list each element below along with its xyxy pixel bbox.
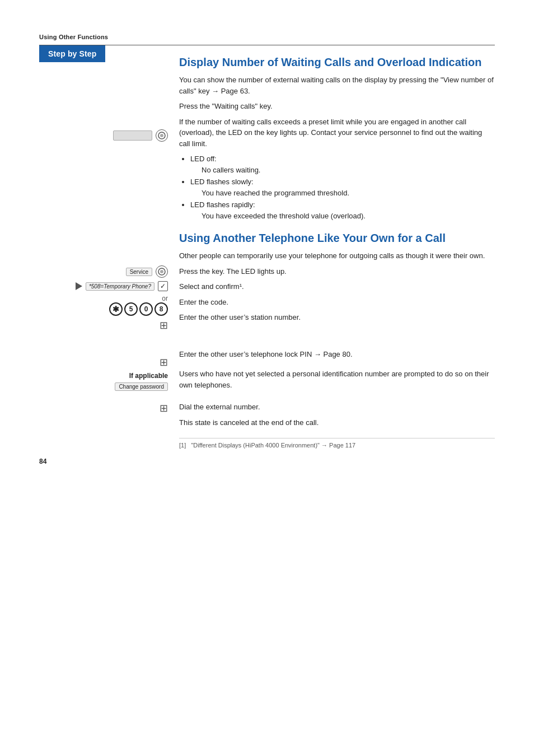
keypad-dial-icon: ⊞ bbox=[160, 402, 168, 414]
bullet-led-off: LED off: No callers waiting. bbox=[190, 153, 495, 175]
waiting-calls-key-row bbox=[39, 129, 168, 142]
step-select-confirm: Select and confirm¹. bbox=[179, 281, 495, 292]
code-circle-8: 8 bbox=[154, 302, 168, 316]
keypad-station-icon: ⊞ bbox=[160, 319, 168, 332]
bullet-led-rapid: LED flashes rapidly: You have exceeded t… bbox=[190, 199, 495, 221]
step-pin: Enter the other user’s telephone lock PI… bbox=[179, 349, 495, 360]
service-key: Service bbox=[126, 268, 152, 276]
keypad-station-row: ⊞ bbox=[39, 319, 168, 332]
if-exceeds-text: If the number of waiting calls exceeds a… bbox=[179, 116, 495, 150]
section2-title: Using Another Telephone Like Your Own fo… bbox=[179, 231, 495, 245]
service-key-row: Service bbox=[39, 265, 168, 278]
bullet-led-off-sub: No callers waiting. bbox=[202, 166, 261, 174]
check-box: ✓ bbox=[158, 281, 168, 291]
page-number: 84 bbox=[39, 458, 46, 465]
change-password-row: Change password bbox=[39, 382, 168, 391]
right-column: Display Number of Waiting Calls and Over… bbox=[174, 45, 495, 449]
code-circle-asterisk: ✱ bbox=[109, 302, 123, 316]
led-icon bbox=[158, 132, 166, 139]
step-change-password: Users who have not yet selected a person… bbox=[179, 368, 495, 390]
step-by-step-label: Step by Step bbox=[39, 45, 105, 62]
svg-point-1 bbox=[160, 134, 163, 137]
waiting-calls-circle bbox=[156, 129, 168, 142]
bullet-led-slow-sub: You have reached the programmed threshol… bbox=[202, 189, 349, 197]
left-column: Step by Step Service bbox=[39, 45, 174, 449]
section2-intro: Other people can temporarily use your te… bbox=[179, 250, 495, 262]
led-bullet-list: LED off: No callers waiting. LED flashes… bbox=[185, 153, 495, 221]
svg-point-3 bbox=[160, 270, 163, 273]
temp-phone-key: *508=Temporary Phone? bbox=[86, 282, 154, 291]
service-led-icon bbox=[158, 268, 166, 276]
step-dial: Dial the external number. bbox=[179, 402, 495, 413]
step-station-number: Enter the other user’s station number. bbox=[179, 312, 495, 323]
footnote-number: [1] bbox=[179, 442, 186, 449]
code-circle-5: 5 bbox=[124, 302, 138, 316]
footnote-text: "Different Displays (HiPath 4000 Environ… bbox=[191, 442, 355, 449]
press-waiting-key-text: Press the "Waiting calls" key. bbox=[179, 101, 495, 112]
bullet-led-rapid-sub: You have exceeded the threshold value (o… bbox=[202, 212, 366, 220]
code-circle-0: 0 bbox=[139, 302, 153, 316]
code-circles-row: ✱ 5 0 8 bbox=[39, 302, 168, 316]
section1-intro: You can show the number of external wait… bbox=[179, 74, 495, 96]
keypad-pin-icon: ⊞ bbox=[160, 356, 168, 368]
change-password-key: Change password bbox=[115, 382, 168, 391]
play-triangle-icon bbox=[76, 282, 82, 290]
section-header: Using Other Functions bbox=[39, 34, 495, 40]
waiting-calls-key-rect bbox=[113, 130, 152, 141]
step-canceled: This state is canceled at the end of the… bbox=[179, 417, 495, 428]
if-applicable-label: If applicable bbox=[39, 372, 168, 380]
step-enter-code: Enter the code. bbox=[179, 297, 495, 308]
step-press-key: Press the key. The LED lights up. bbox=[179, 266, 495, 277]
service-circle bbox=[156, 265, 168, 278]
section1-title: Display Number of Waiting Calls and Over… bbox=[179, 55, 495, 69]
temp-phone-row: *508=Temporary Phone? ✓ bbox=[39, 281, 168, 291]
keypad-dial-row: ⊞ bbox=[39, 402, 168, 414]
or-label: or bbox=[39, 295, 168, 302]
keypad-pin-row: ⊞ bbox=[39, 356, 168, 368]
footnote: [1] "Different Displays (HiPath 4000 Env… bbox=[179, 438, 495, 449]
bullet-led-slow: LED flashes slowly: You have reached the… bbox=[190, 176, 495, 198]
